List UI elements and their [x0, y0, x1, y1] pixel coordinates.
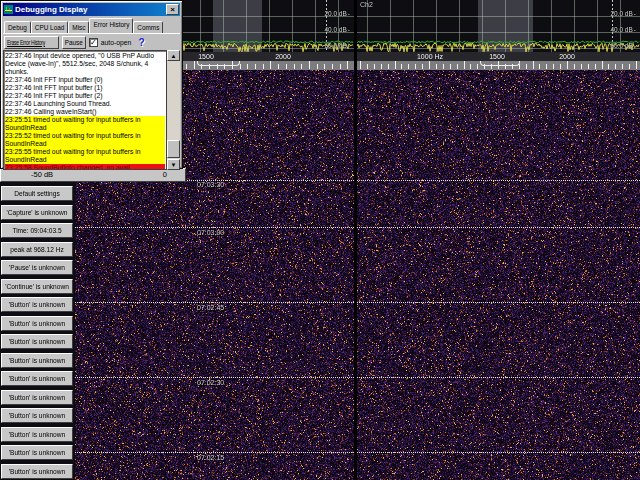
close-icon[interactable]: × [166, 4, 179, 15]
generic-button[interactable]: 'Button' is unknown [1, 390, 73, 405]
time-label: 07:02:45 [197, 304, 224, 312]
time-label: 07:03:00 [197, 229, 224, 237]
debugging-display-window: Debugging Display × Debug CPU Load Misc … [0, 0, 183, 169]
log-line-error: 23:25:58 SoundBufInfo changed, no avail [5, 164, 165, 170]
amp-max-label: 0 [163, 169, 167, 181]
freq-cursor-bracket[interactable] [197, 61, 240, 66]
generic-button[interactable]: 'Button' is unknown [1, 316, 73, 331]
generic-button[interactable]: 'Button' is unknown [1, 297, 73, 312]
tab-bar: Debug CPU Load Misc Error History Comms [3, 18, 180, 33]
erase-error-history-button[interactable]: Erase Error History [4, 36, 59, 49]
freq-label: 1500 [186, 53, 226, 60]
tab-debug[interactable]: Debug [4, 21, 31, 33]
error-history-toolbar: Erase Error History Pause ✓ auto-open ? [3, 33, 180, 49]
tab-error-history[interactable]: Error History [89, 18, 133, 33]
log-line-warning: 23:25:55 timed out waiting for input buf… [5, 148, 165, 164]
db-label: 60.0 dB [610, 42, 636, 49]
log-line-warning: 23:25:51 timed out waiting for input buf… [5, 116, 165, 132]
waterfall-pane-ch2[interactable] [357, 70, 640, 480]
time-gridline [75, 302, 640, 303]
log-line: 22:37:46 Input device opened, "0 USB PnP… [5, 52, 165, 76]
time-button[interactable]: Time: 09:04:03.5 [1, 223, 73, 238]
error-log[interactable]: 22:37:46 Input device opened, "0 USB PnP… [3, 50, 167, 170]
peak-button[interactable]: peak at 968.12 Hz [1, 242, 73, 257]
default-settings-button[interactable]: Default settings [1, 186, 73, 201]
spectrum-canvas-ch2 [357, 0, 640, 52]
time-label: 07:02:15 [197, 454, 224, 462]
db-label: 60.0 dB [324, 42, 350, 49]
amp-min-label: -50 dB [31, 169, 53, 181]
spectrum-lab-app: 20.0 dB 40.0 dB 60.0 dB Ch2 20.0 dB 40.0… [0, 0, 640, 480]
freq-label: 2000 [263, 53, 303, 60]
generic-button[interactable]: 'Button' is unknown [1, 353, 73, 368]
auto-open-checkbox[interactable]: ✓ [89, 38, 98, 47]
spectrum-pane-ch2[interactable]: Ch2 20.0 dB 40.0 dB 60.0 dB [357, 0, 640, 52]
log-scrollbar[interactable]: ▲ ▼ [167, 50, 180, 170]
log-line: 22:37:46 Init FFT input buffer (0) [5, 76, 165, 84]
log-line: 22:37:46 Calling waveInStart() [5, 108, 165, 116]
generic-button[interactable]: 'Button' is unknown [1, 334, 73, 349]
db-label: 20.0 dB [610, 10, 636, 17]
window-title-bar[interactable]: Debugging Display × [3, 3, 180, 16]
log-line: 22:37:46 Init FFT input buffer (2) [5, 92, 165, 100]
scroll-down-icon[interactable]: ▼ [167, 159, 180, 170]
capture-button[interactable]: 'Capture' is unknown [1, 205, 73, 220]
time-gridline [75, 452, 640, 453]
freq-label: 2000 [547, 53, 587, 60]
time-label: 07:02:30 [197, 379, 224, 387]
log-line-warning: 23:25:52 timed out waiting for input buf… [5, 132, 165, 148]
generic-button[interactable]: 'Button' is unknown [1, 427, 73, 442]
generic-button[interactable]: 'Button' is unknown [1, 371, 73, 386]
help-icon[interactable]: ? [138, 37, 144, 48]
freq-cursor-bracket[interactable] [480, 61, 520, 66]
freq-label: 1000 Hz [410, 53, 450, 60]
generic-button[interactable]: 'Button' is unknown [1, 464, 73, 479]
time-gridline [75, 227, 640, 228]
time-label: 07:03:30 [197, 181, 224, 189]
waterfall-canvas-ch2 [357, 70, 640, 480]
tab-misc[interactable]: Misc [68, 21, 89, 33]
channel-separator [354, 0, 357, 480]
log-line: 22:37:46 Launching Sound Thread. [5, 100, 165, 108]
pause-log-button[interactable]: Pause [62, 36, 86, 49]
amplitude-range-bar: -50 dB 0 [0, 168, 186, 182]
error-log-container: 22:37:46 Input device opened, "0 USB PnP… [3, 50, 180, 170]
time-gridline [75, 377, 640, 378]
continue-button[interactable]: 'Continue' is unknown [1, 279, 73, 294]
generic-button[interactable]: 'Button' is unknown [1, 408, 73, 423]
channel2-label: Ch2 [360, 1, 373, 8]
auto-open-label: auto-open [101, 39, 132, 46]
window-icon [4, 5, 13, 14]
db-label: 40.0 dB [610, 26, 636, 33]
scrollbar-thumb[interactable] [167, 140, 180, 158]
scroll-up-icon[interactable]: ▲ [167, 50, 180, 61]
sidebar-buttons: Default settings 'Capture' is unknown Ti… [1, 186, 73, 479]
db-label: 40.0 dB [324, 26, 350, 33]
window-title: Debugging Display [15, 5, 166, 14]
db-label: 20.0 dB [324, 10, 350, 17]
log-line: 22:37:46 Init FFT input buffer (1) [5, 84, 165, 92]
generic-button[interactable]: 'Button' is unknown [1, 445, 73, 460]
freq-label: 1500 [477, 53, 517, 60]
tab-comms[interactable]: Comms [133, 21, 163, 33]
pause-button[interactable]: 'Pause' is unknown [1, 260, 73, 275]
tab-cpu-load[interactable]: CPU Load [31, 21, 69, 33]
